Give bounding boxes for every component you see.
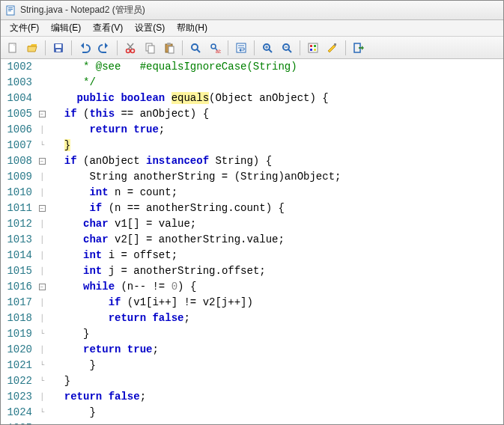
toolbar: ab	[1, 37, 503, 59]
toolbar-separator	[182, 40, 183, 55]
zoom-in-icon[interactable]	[258, 39, 276, 57]
fold-marker[interactable]: │	[37, 185, 47, 201]
svg-rect-39	[310, 49, 312, 51]
window-title: String.java - Notepad2 (管理员)	[20, 4, 145, 16]
code-line[interactable]: return false;	[52, 389, 503, 405]
fold-marker[interactable]: │	[37, 232, 47, 248]
fold-marker[interactable]: │	[37, 248, 47, 263]
redo-icon[interactable]	[95, 39, 113, 57]
line-number: 1010	[1, 185, 32, 201]
code-line[interactable]: return true;	[52, 342, 503, 358]
menu-help[interactable]: 帮助(H)	[171, 20, 213, 36]
code-line[interactable]: String anotherString = (String)anObject;	[52, 169, 503, 185]
svg-line-21	[197, 49, 200, 52]
fold-marker[interactable]: −	[37, 106, 47, 122]
menu-edit[interactable]: 编辑(E)	[45, 20, 87, 36]
code-area[interactable]: * @see #equalsIgnoreCase(String) */ publ…	[47, 59, 503, 424]
fold-marker[interactable]: −	[37, 279, 47, 295]
fold-marker[interactable]: │	[37, 295, 47, 311]
fold-marker[interactable]	[37, 59, 47, 75]
fold-marker[interactable]	[37, 421, 47, 425]
fold-marker[interactable]: │	[37, 263, 47, 279]
code-line[interactable]: * @see #equalsIgnoreCase(String)	[52, 59, 503, 75]
fold-marker[interactable]	[37, 75, 47, 91]
editor[interactable]: 1002100310041005100610071008100910101011…	[1, 59, 503, 424]
undo-icon[interactable]	[76, 39, 94, 57]
fold-marker[interactable]: −	[37, 201, 47, 216]
fold-marker[interactable]: −	[37, 153, 47, 169]
code-line[interactable]: }	[52, 373, 503, 389]
word-wrap-icon[interactable]	[232, 39, 250, 57]
copy-icon[interactable]	[141, 39, 159, 57]
fold-marker[interactable]: └	[37, 373, 47, 389]
fold-marker[interactable]: │	[37, 389, 47, 405]
code-line[interactable]: */	[52, 75, 503, 91]
open-file-icon[interactable]	[23, 39, 41, 57]
code-line[interactable]: }	[52, 138, 503, 153]
svg-point-11	[127, 49, 130, 52]
line-number: 1012	[1, 216, 32, 232]
zoom-out-icon[interactable]	[278, 39, 296, 57]
new-file-icon[interactable]	[4, 39, 22, 57]
code-line[interactable]: return true;	[52, 122, 503, 138]
toolbar-separator	[71, 40, 72, 55]
line-number: 1007	[1, 138, 32, 153]
replace-icon[interactable]: ab	[206, 39, 224, 57]
code-line[interactable]	[52, 421, 503, 425]
fold-marker[interactable]: └	[37, 326, 47, 342]
menu-settings[interactable]: 设置(S)	[129, 20, 171, 36]
save-icon[interactable]	[49, 39, 67, 57]
code-line[interactable]: if (v1[i++] != v2[j++])	[52, 295, 503, 311]
exit-icon[interactable]	[350, 39, 368, 57]
code-line[interactable]: return false;	[52, 311, 503, 326]
app-icon	[5, 4, 17, 16]
fold-marker[interactable]: │	[37, 216, 47, 232]
fold-marker[interactable]: │	[37, 122, 47, 138]
toolbar-separator	[117, 40, 118, 55]
svg-rect-1	[8, 7, 13, 8]
fold-column[interactable]: −│└−││−││││−││└│└└│└	[37, 59, 47, 424]
code-line[interactable]: while (n-- != 0) {	[52, 279, 503, 295]
code-line[interactable]: int n = count;	[52, 185, 503, 201]
fold-marker[interactable]: └	[37, 405, 47, 421]
line-number: 1019	[1, 326, 32, 342]
code-line[interactable]: if (n == anotherString.count) {	[52, 201, 503, 216]
customize-icon[interactable]	[324, 39, 341, 57]
code-line[interactable]: char v2[] = anotherString.value;	[52, 232, 503, 248]
line-number: 1011	[1, 201, 32, 216]
code-line[interactable]: if (anObject instanceof String) {	[52, 153, 503, 169]
fold-marker[interactable]: └	[37, 358, 47, 373]
code-line[interactable]: int i = offset;	[52, 248, 503, 263]
cut-icon[interactable]	[121, 39, 139, 57]
fold-marker[interactable]	[37, 91, 47, 106]
svg-rect-18	[167, 43, 171, 45]
menu-view[interactable]: 查看(V)	[87, 20, 129, 36]
toolbar-separator	[254, 40, 255, 55]
line-number: 1005	[1, 106, 32, 122]
line-number-gutter: 1002100310041005100610071008100910101011…	[1, 59, 37, 424]
line-number: 1023	[1, 389, 32, 405]
code-line[interactable]: public boolean equals(Object anObject) {	[52, 91, 503, 106]
code-line[interactable]: }	[52, 358, 503, 373]
line-number: 1015	[1, 263, 32, 279]
line-number: 1008	[1, 153, 32, 169]
code-line[interactable]: }	[52, 405, 503, 421]
fold-marker[interactable]: └	[37, 138, 47, 153]
fold-marker[interactable]: │	[37, 169, 47, 185]
menu-file[interactable]: 文件(F)	[4, 20, 45, 36]
svg-line-34	[288, 49, 291, 52]
paste-icon[interactable]	[160, 39, 178, 57]
find-icon[interactable]	[186, 39, 204, 57]
svg-point-12	[131, 49, 135, 52]
line-number: 1021	[1, 358, 32, 373]
fold-marker[interactable]: │	[37, 311, 47, 326]
scheme-icon[interactable]	[304, 39, 322, 57]
code-line[interactable]: char v1[] = value;	[52, 216, 503, 232]
fold-marker[interactable]: │	[37, 342, 47, 358]
line-number: 1013	[1, 232, 32, 248]
code-line[interactable]: if (this == anObject) {	[52, 106, 503, 122]
code-line[interactable]: int j = anotherString.offset;	[52, 263, 503, 279]
line-number: 1022	[1, 373, 32, 389]
code-line[interactable]: }	[52, 326, 503, 342]
line-number: 1009	[1, 169, 32, 185]
